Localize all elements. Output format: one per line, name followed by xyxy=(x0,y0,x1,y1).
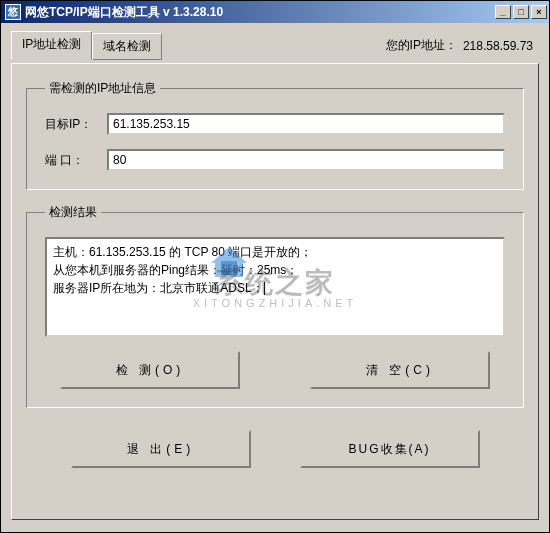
result-textarea[interactable]: 系统之家 XITONGZHIJIA.NET 主机：61.135.253.15 的… xyxy=(45,237,505,337)
titlebar: 悠 网悠TCP/IP端口检测工具 v 1.3.28.10 _ □ × xyxy=(1,1,549,23)
input-group: 需检测的IP地址信息 目标IP： 端 口： xyxy=(26,80,524,190)
maximize-button[interactable]: □ xyxy=(513,5,529,19)
your-ip-label: 您的IP地址： xyxy=(386,37,457,54)
minimize-button[interactable]: _ xyxy=(495,5,511,19)
exit-button[interactable]: 退 出(E) xyxy=(71,430,251,468)
target-ip-input[interactable] xyxy=(107,113,505,135)
your-ip-value: 218.58.59.73 xyxy=(463,39,533,53)
result-line-1: 主机：61.135.253.15 的 TCP 80 端口是开放的； xyxy=(53,243,497,261)
target-ip-label: 目标IP： xyxy=(45,116,107,133)
tab-ip-check[interactable]: IP地址检测 xyxy=(11,31,92,60)
top-row: IP地址检测 域名检测 您的IP地址： 218.58.59.73 xyxy=(11,31,539,60)
clear-button[interactable]: 清 空(C) xyxy=(310,351,490,389)
app-icon: 悠 xyxy=(5,4,21,20)
input-group-legend: 需检测的IP地址信息 xyxy=(45,80,160,97)
port-label: 端 口： xyxy=(45,152,107,169)
result-group: 检测结果 系统之家 XITONGZHIJIA.NET 主机：61.135.253… xyxy=(26,204,524,408)
your-ip-display: 您的IP地址： 218.58.59.73 xyxy=(386,37,539,54)
window-title: 网悠TCP/IP端口检测工具 v 1.3.28.10 xyxy=(25,4,495,21)
tab-domain-check[interactable]: 域名检测 xyxy=(92,33,162,60)
result-button-row: 检 测(O) 清 空(C) xyxy=(45,351,505,389)
tab-panel: 需检测的IP地址信息 目标IP： 端 口： 检测结果 系统之家 xyxy=(11,63,539,520)
check-button[interactable]: 检 测(O) xyxy=(60,351,240,389)
bottom-button-row: 退 出(E) BUG收集(A) xyxy=(26,430,524,468)
result-line-3: 服务器IP所在地为：北京市联通ADSL； xyxy=(53,279,497,297)
row-target-ip: 目标IP： xyxy=(45,113,505,135)
client-area: IP地址检测 域名检测 您的IP地址： 218.58.59.73 需检测的IP地… xyxy=(1,23,549,532)
row-port: 端 口： xyxy=(45,149,505,171)
watermark-subtext: XITONGZHIJIA.NET xyxy=(193,295,358,312)
port-input[interactable] xyxy=(107,149,505,171)
result-group-legend: 检测结果 xyxy=(45,204,101,221)
close-button[interactable]: × xyxy=(531,5,547,19)
result-line-2: 从您本机到服务器的Ping结果：延时：25ms； xyxy=(53,261,497,279)
bug-report-button[interactable]: BUG收集(A) xyxy=(300,430,480,468)
tab-strip: IP地址检测 域名检测 xyxy=(11,31,162,60)
text-caret xyxy=(264,282,265,295)
window-controls: _ □ × xyxy=(495,5,547,19)
app-window: 悠 网悠TCP/IP端口检测工具 v 1.3.28.10 _ □ × IP地址检… xyxy=(0,0,550,533)
